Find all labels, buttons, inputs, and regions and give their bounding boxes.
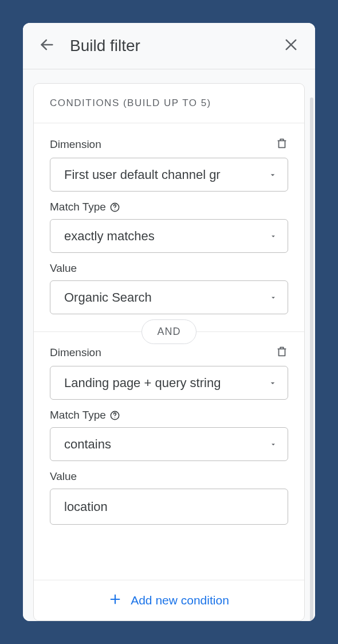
arrow-left-icon (39, 37, 55, 55)
chevron-down-icon (268, 378, 277, 388)
dimension-label: Dimension (50, 346, 101, 359)
scrollbar[interactable] (310, 97, 313, 621)
dimension-select[interactable]: Landing page + query string (50, 366, 288, 400)
condition-block: Dimension Landing p (34, 331, 304, 542)
plus-icon (109, 593, 121, 608)
help-icon[interactable] (109, 202, 120, 213)
back-button[interactable] (39, 37, 55, 55)
condition-block: Dimension First use (34, 123, 304, 331)
svg-point-6 (115, 417, 115, 417)
chevron-down-icon (268, 170, 277, 179)
match-type-select[interactable]: contains (50, 427, 288, 461)
trash-icon (276, 345, 288, 360)
conditions-list: Dimension First use (34, 123, 304, 580)
trash-icon (276, 137, 288, 152)
match-type-label: Match Type (50, 409, 120, 421)
value-label-row: Value (50, 262, 288, 275)
close-button[interactable] (283, 37, 299, 55)
value-input[interactable] (50, 489, 288, 525)
match-type-value: contains (64, 437, 269, 452)
chevron-down-icon (269, 440, 277, 448)
card-title: CONDITIONS (BUILD UP TO 5) (50, 97, 288, 109)
value-label: Value (50, 262, 77, 275)
match-type-label: Match Type (50, 201, 120, 213)
build-filter-panel: Build filter CONDITIONS (BUILD UP TO 5) … (23, 23, 315, 621)
svg-point-4 (115, 209, 115, 209)
chevron-down-icon (269, 232, 277, 240)
delete-condition-button[interactable] (276, 137, 288, 152)
delete-condition-button[interactable] (276, 345, 288, 360)
value-label-row: Value (50, 470, 288, 483)
dimension-value: First user default channel gr (64, 167, 268, 182)
close-icon (283, 37, 299, 55)
card-header: CONDITIONS (BUILD UP TO 5) (34, 84, 304, 123)
value-label: Value (50, 470, 77, 483)
conditions-card: CONDITIONS (BUILD UP TO 5) Dimension (33, 83, 305, 621)
panel-body: CONDITIONS (BUILD UP TO 5) Dimension (23, 69, 315, 621)
help-icon[interactable] (109, 410, 120, 421)
panel-header: Build filter (23, 23, 315, 69)
dimension-select[interactable]: First user default channel gr (50, 158, 288, 192)
value-select[interactable]: Organic Search (50, 280, 288, 314)
chevron-down-icon (269, 294, 277, 302)
panel-title: Build filter (70, 37, 268, 55)
add-condition-label: Add new condition (131, 594, 229, 607)
add-condition-button[interactable]: Add new condition (34, 580, 304, 620)
value-text: Organic Search (64, 290, 269, 305)
match-type-select[interactable]: exactly matches (50, 219, 288, 253)
match-type-label-row: Match Type (50, 409, 288, 421)
dimension-label-row: Dimension (50, 137, 288, 152)
match-type-label-row: Match Type (50, 201, 288, 213)
dimension-label-row: Dimension (50, 345, 288, 360)
dimension-label: Dimension (50, 138, 101, 151)
and-chip: AND (142, 319, 196, 344)
dimension-value: Landing page + query string (64, 376, 268, 391)
match-type-value: exactly matches (64, 229, 269, 244)
